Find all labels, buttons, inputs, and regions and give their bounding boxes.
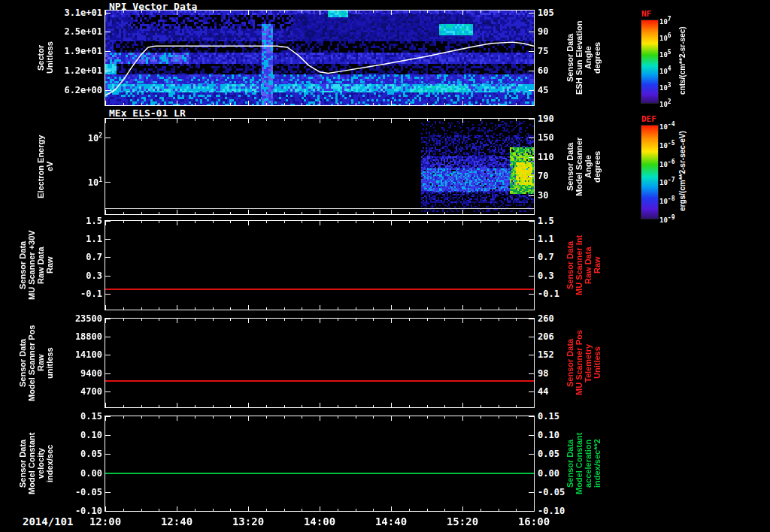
colorbar-tick-label: 10-6 <box>659 159 675 168</box>
axis-tick-mark <box>338 11 338 13</box>
axis-tick-mark <box>391 305 392 310</box>
axis-tick-mark <box>516 11 517 13</box>
y2-axis-title-line: Model Constant <box>574 416 584 511</box>
y-axis-title-line: Electron Energy <box>36 119 45 214</box>
axis-tick-mark <box>534 416 535 421</box>
axis-tick-mark <box>105 90 111 91</box>
y2-axis-title: Sensor DataModel Constantaccelerationind… <box>565 416 612 511</box>
colorbar-tick-label: 102 <box>659 98 671 108</box>
axis-tick-mark <box>529 416 534 417</box>
axis-tick-mark <box>516 509 517 511</box>
y-axis-title-line: MU Scanner +30V <box>27 221 36 310</box>
axis-tick-mark <box>266 319 267 321</box>
axis-tick-mark <box>529 51 534 52</box>
y-axis-tick-label: 3.1e+01 <box>54 8 102 18</box>
axis-tick-mark <box>462 119 463 123</box>
axis-tick-mark <box>105 138 111 138</box>
axis-tick-mark <box>123 11 124 13</box>
axis-tick-mark <box>105 32 111 32</box>
axis-tick-mark <box>338 221 338 223</box>
y-axis-tick-label: 0.3 <box>54 271 102 281</box>
axis-tick-mark <box>105 294 111 295</box>
axis-tick-mark <box>462 403 463 407</box>
colorbar-tick-label: 105 <box>659 49 671 59</box>
axis-tick-mark <box>123 405 124 407</box>
axis-tick-mark <box>529 119 534 119</box>
axis-tick-mark <box>195 119 196 121</box>
axis-tick-mark <box>123 103 124 105</box>
axis-tick-mark <box>195 103 196 105</box>
axis-tick-mark <box>105 257 111 258</box>
axis-tick-mark <box>356 416 356 419</box>
axis-tick-mark <box>105 119 106 123</box>
axis-tick-mark <box>177 319 177 323</box>
axis-tick-mark <box>230 119 231 121</box>
axis-tick-mark <box>391 101 392 105</box>
axis-tick-mark <box>462 221 463 225</box>
panel-els-spectrogram <box>105 118 535 215</box>
axis-tick-mark <box>123 307 124 310</box>
colorbar-tick-label: 10-5 <box>659 140 675 150</box>
y-axis-tick-label: -0.10 <box>54 506 102 516</box>
axis-tick-mark <box>105 51 111 52</box>
axis-tick-mark <box>373 11 374 13</box>
y-axis-title-line: Model Scanner Pos <box>27 319 36 407</box>
x-axis-tick-label: 13:20 <box>224 515 272 527</box>
axis-tick-mark <box>320 210 320 214</box>
axis-tick-mark <box>427 212 428 214</box>
axis-tick-mark <box>302 405 302 407</box>
axis-tick-mark <box>373 416 374 419</box>
axis-tick-mark <box>266 11 267 13</box>
axis-tick-mark <box>230 103 231 105</box>
axis-tick-mark <box>444 416 445 419</box>
axis-tick-mark <box>320 221 320 225</box>
axis-tick-mark <box>391 319 392 323</box>
axis-tick-mark <box>230 307 231 310</box>
def-colorbar-title: DEF <box>641 114 656 124</box>
axis-tick-mark <box>248 101 249 105</box>
axis-tick-mark <box>159 221 159 223</box>
axis-tick-mark <box>427 319 428 321</box>
axis-tick-mark <box>230 416 231 419</box>
axis-tick-mark <box>516 119 517 121</box>
axis-tick-mark <box>105 511 111 512</box>
axis-tick-mark <box>409 405 410 407</box>
axis-tick-mark <box>409 319 410 321</box>
axis-tick-mark <box>373 319 374 321</box>
axis-tick-mark <box>177 506 177 511</box>
axis-tick-mark <box>284 509 285 511</box>
y-axis-title: Sensor DataMU Scanner +30VRaw DataRaw <box>11 221 54 310</box>
axis-tick-mark <box>105 319 106 323</box>
data-line <box>105 289 534 290</box>
axis-tick-mark <box>338 405 338 407</box>
colorbar-tick-label: 10-8 <box>659 195 675 205</box>
axis-tick-mark <box>159 307 159 310</box>
axis-tick-mark <box>284 221 285 223</box>
axis-tick-mark <box>356 509 356 511</box>
x-axis-tick-label: 14:40 <box>367 515 415 527</box>
axis-tick-mark <box>499 212 499 214</box>
x-axis-tick-label: 12:00 <box>81 515 129 527</box>
axis-tick-mark <box>534 11 535 15</box>
axis-tick-mark <box>356 119 356 121</box>
axis-tick-mark <box>105 337 111 337</box>
y-axis-title-line: Unitless <box>45 11 54 105</box>
y-axis-title-line: Sector <box>36 11 45 105</box>
y-axis-tick-label: 0.10 <box>54 430 102 440</box>
y2-axis-title-line: degrees <box>593 119 602 214</box>
axis-tick-mark <box>338 103 338 105</box>
axis-tick-mark <box>409 221 410 223</box>
axis-tick-mark <box>516 405 517 407</box>
y-axis-title-line: Sensor Data <box>18 319 27 407</box>
axis-tick-mark <box>284 405 285 407</box>
axis-tick-mark <box>284 307 285 310</box>
axis-tick-mark <box>105 319 111 319</box>
y2-axis-title-line: Sensor Data <box>565 119 574 214</box>
y2-axis-title-line: ESH Sun Elevation <box>574 11 584 105</box>
y-axis-tick-label: 18800 <box>54 331 102 342</box>
axis-tick-mark <box>391 221 392 225</box>
axis-tick-mark <box>248 403 249 407</box>
axis-tick-mark <box>177 210 177 214</box>
axis-tick-mark <box>230 11 231 13</box>
colorbar-tick-label: 104 <box>659 65 671 75</box>
